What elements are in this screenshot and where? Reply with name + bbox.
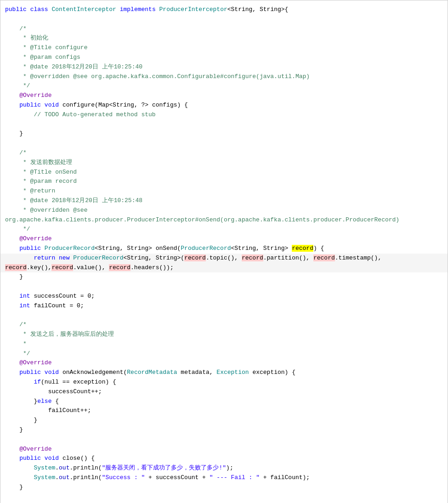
code-line: public void onAcknowledgement(RecordMeta… — [0, 368, 448, 378]
record-ref-2: record — [242, 254, 263, 261]
code-line: public ProducerRecord<String, String> on… — [0, 244, 448, 254]
code-line: @Override — [0, 234, 448, 244]
code-line: */ — [0, 81, 448, 91]
code-line — [0, 282, 448, 292]
code-line: * @Title configure — [0, 43, 448, 53]
keyword-class: class — [30, 6, 48, 13]
code-line: }else { — [0, 397, 448, 407]
highlighted-record: record — [292, 245, 313, 252]
keyword-implements: implements — [120, 6, 156, 13]
code-line: */ — [0, 349, 448, 359]
code-line: System.out.println("Success : " + succes… — [0, 473, 448, 483]
code-line: @Override — [0, 91, 448, 101]
code-line: } — [0, 129, 448, 139]
code-line: * @overridden @see org.apache.kafka.comm… — [0, 72, 448, 82]
code-line: * @param configs — [0, 53, 448, 62]
code-line: * 初始化 — [0, 34, 448, 43]
code-line: * — [0, 339, 448, 349]
annotation: @Override — [19, 92, 51, 99]
code-line: /* — [0, 24, 448, 34]
code-line: org.apache.kafka.clients.producer.Produc… — [0, 215, 448, 225]
code-line: successCount++; — [0, 387, 448, 397]
code-line: * 发送前数据处理 — [0, 158, 448, 168]
code-line: return new ProducerRecord<String, String… — [0, 254, 448, 263]
code-line: // TODO Auto-generated method stub — [0, 110, 448, 120]
record-ref-4: record — [5, 264, 27, 271]
code-line — [0, 139, 448, 148]
keyword-public: public — [5, 6, 27, 13]
code-line: } — [0, 416, 448, 425]
code-line — [0, 15, 448, 24]
code-line: * @date 2018年12月20日 上午10:25:40 — [0, 62, 448, 72]
code-line: public void close() { — [0, 454, 448, 463]
code-line: * @return — [0, 187, 448, 196]
code-line: if(null == exception) { — [0, 378, 448, 387]
code-container: public class ContentInterceptor implemen… — [0, 0, 448, 503]
code-line: System.out.println("服务器关闭，看下成功了多少，失败了多少!… — [0, 463, 448, 473]
code-line: /* — [0, 148, 448, 158]
code-line — [0, 435, 448, 445]
type-ref: ProducerInterceptor — [159, 6, 227, 13]
code-line: failCount++; — [0, 406, 448, 416]
code-line: * 发送之后，服务器响应后的处理 — [0, 330, 448, 339]
code-line: public void configure(Map<String, ?> con… — [0, 101, 448, 110]
code-line: * @overridden @see — [0, 206, 448, 215]
code-line: } — [0, 483, 448, 492]
code-line: } — [0, 272, 448, 282]
code-line: @Override — [0, 445, 448, 454]
record-ref-6: record — [109, 264, 130, 271]
code-line: @Override — [0, 358, 448, 368]
code-line: int successCount = 0; — [0, 292, 448, 301]
code-line: * @param record — [0, 177, 448, 187]
code-line: */ — [0, 225, 448, 234]
code-line: public class ContentInterceptor implemen… — [0, 5, 448, 15]
code-line: * @date 2018年12月20日 上午10:25:48 — [0, 196, 448, 206]
code-line — [0, 311, 448, 321]
record-ref-1: record — [184, 254, 206, 261]
code-line: } — [0, 425, 448, 435]
code-line: int failCount = 0; — [0, 301, 448, 311]
code-line: * @Title onSend — [0, 168, 448, 177]
code-line: /* — [0, 320, 448, 330]
record-ref-3: record — [313, 254, 335, 261]
class-name: ContentInterceptor — [51, 6, 116, 13]
record-ref-5: record — [51, 264, 73, 271]
code-line — [0, 120, 448, 130]
code-line: record.key(),record.value(), record.head… — [0, 263, 448, 273]
code-line — [0, 492, 448, 502]
